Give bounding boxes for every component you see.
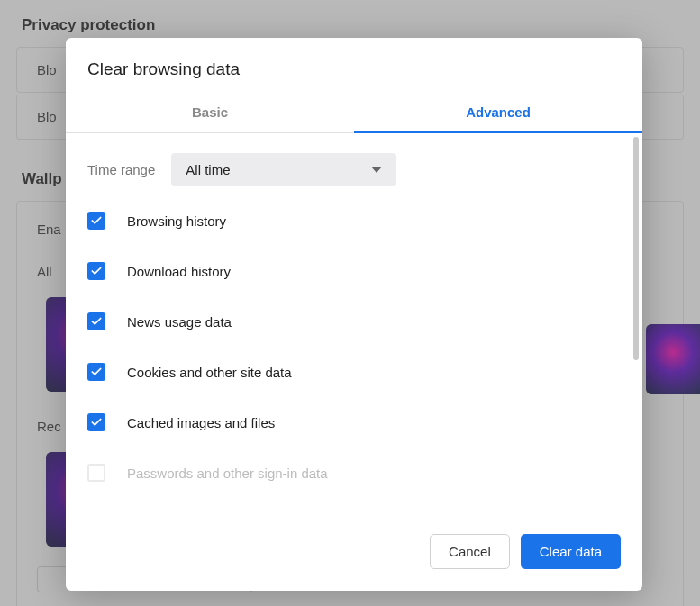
checkbox-cache[interactable]: [87, 413, 105, 431]
check-label: Cached images and files: [127, 415, 275, 430]
clear-data-button[interactable]: Clear data: [521, 534, 621, 569]
check-icon: [90, 416, 103, 429]
clear-data-checklist: Browsing history Download history News u…: [87, 212, 621, 482]
check-label: Passwords and other sign-in data: [127, 466, 328, 481]
check-label: Cookies and other site data: [127, 365, 292, 380]
check-icon: [90, 214, 103, 227]
tab-advanced[interactable]: Advanced: [354, 95, 642, 133]
check-item-cookies: Cookies and other site data: [87, 363, 621, 381]
time-range-select[interactable]: All time: [171, 153, 396, 186]
scrollbar-thumb[interactable]: [633, 137, 639, 360]
dialog-title: Clear browsing data: [66, 38, 642, 95]
check-icon: [90, 315, 103, 328]
time-range-row: Time range All time: [87, 153, 621, 186]
dialog-tabs: Basic Advanced: [66, 95, 642, 133]
check-label: News usage data: [127, 314, 232, 330]
check-item-browsing-history: Browsing history: [87, 212, 621, 230]
clear-browsing-data-dialog: Clear browsing data Basic Advanced Time …: [66, 38, 642, 591]
check-icon: [90, 265, 103, 277]
check-label: Browsing history: [127, 213, 226, 229]
tab-basic[interactable]: Basic: [66, 95, 354, 132]
check-item-cache: Cached images and files: [87, 413, 621, 431]
time-range-value: All time: [186, 162, 230, 177]
check-label: Download history: [127, 264, 231, 279]
chevron-down-icon: [371, 167, 382, 173]
cancel-button[interactable]: Cancel: [430, 534, 510, 569]
checkbox-passwords[interactable]: [87, 464, 105, 482]
checkbox-browsing-history[interactable]: [87, 212, 105, 230]
check-item-passwords: Passwords and other sign-in data: [87, 464, 621, 482]
checkbox-download-history[interactable]: [87, 262, 105, 280]
dialog-footer: Cancel Clear data: [66, 520, 642, 591]
time-range-label: Time range: [87, 162, 155, 177]
check-icon: [90, 366, 103, 378]
dialog-body: Time range All time Browsing history Dow…: [66, 133, 642, 520]
checkbox-news-usage[interactable]: [87, 312, 105, 330]
check-item-news-usage: News usage data: [87, 312, 621, 330]
check-item-download-history: Download history: [87, 262, 621, 280]
checkbox-cookies[interactable]: [87, 363, 105, 381]
